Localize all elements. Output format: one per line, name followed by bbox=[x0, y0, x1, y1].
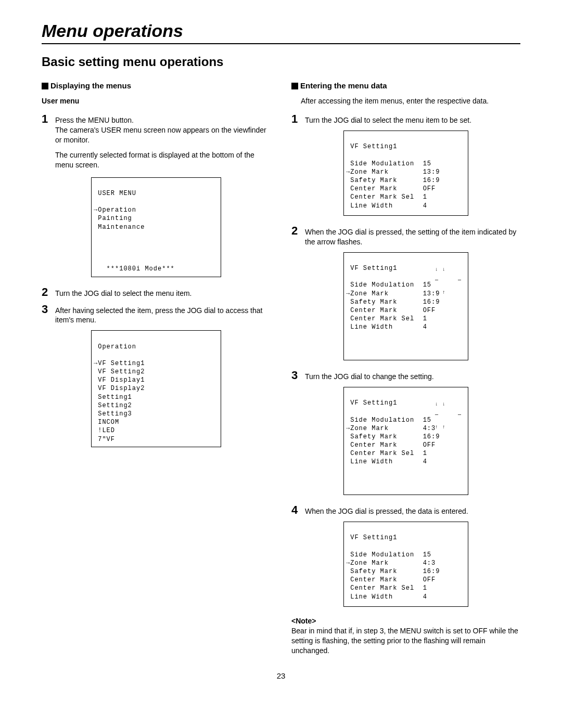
screen-line: Setting1 bbox=[94, 394, 132, 401]
screen-val: 4 bbox=[423, 458, 427, 465]
step-body: Press the MENU button. The camera's USER… bbox=[55, 113, 271, 145]
screen-line: Center Mark bbox=[346, 441, 397, 449]
screen-line: Line Width bbox=[346, 593, 393, 601]
right-intro: After accessing the item menus, enter th… bbox=[301, 96, 520, 106]
page-number: 23 bbox=[42, 671, 520, 680]
note-body: Bear in mind that if, in step 3, the MEN… bbox=[291, 626, 520, 656]
screen-line: Line Width bbox=[346, 323, 393, 331]
screen-line: Side Modulation bbox=[346, 417, 414, 424]
left-step-2: 2 Turn the JOG dial to select the menu i… bbox=[42, 287, 271, 298]
flash-tick-icon: ↓ ↓ bbox=[435, 267, 446, 272]
screen-line: INCOM bbox=[94, 419, 119, 426]
step-text: Press the MENU button. bbox=[55, 115, 271, 125]
screen-line: Center Mark Sel bbox=[346, 584, 414, 592]
screen-val: 1 bbox=[423, 584, 427, 592]
screen-line: Center Mark bbox=[346, 576, 397, 583]
page: Menu operations Basic setting menu opera… bbox=[0, 0, 562, 696]
screen-val: 1 bbox=[423, 450, 427, 457]
screen-line: Center Mark Sel bbox=[346, 450, 414, 457]
screen-val: 15 bbox=[423, 281, 431, 289]
screen-line: Safety Mark bbox=[346, 298, 397, 306]
screen-val: 13:9 bbox=[423, 168, 440, 176]
step-number: 2 bbox=[42, 287, 55, 298]
screen-val: OFF bbox=[423, 185, 436, 192]
screen-line: Setting3 bbox=[94, 410, 132, 418]
screen-line: Zone Mark bbox=[350, 560, 389, 567]
left-subheading: Displaying the menus bbox=[42, 81, 271, 91]
flash-dash-icon: — bbox=[458, 278, 462, 283]
screen-line: Zone Mark bbox=[350, 425, 389, 432]
flash-tick-icon: ↓ ↓ bbox=[435, 402, 446, 407]
screen-val: 4 bbox=[423, 593, 427, 601]
screen-val: 16:9 bbox=[423, 433, 440, 440]
right-step-4: 4 When the JOG dial is pressed, the data… bbox=[291, 504, 520, 516]
step-text: The camera's USER menu screen now appear… bbox=[55, 125, 271, 145]
screen-val: OFF bbox=[423, 576, 436, 583]
screen-vf-1: VF Setting1 Side Modulation 15 →Zone Mar… bbox=[343, 131, 468, 216]
screen-val: 16:9 bbox=[423, 568, 440, 575]
screen-line: Setting2 bbox=[94, 402, 132, 409]
screen-line: Zone Mark bbox=[350, 168, 389, 176]
screen-val: 4:3 bbox=[418, 560, 436, 567]
flash-tick-icon: ↑ ↑ bbox=[435, 290, 446, 295]
screen-vf-3: VF Setting1 Side Modulation 15 →Zone Mar… bbox=[343, 387, 468, 495]
right-step-2: 2 When the JOG dial is pressed, the sett… bbox=[291, 225, 520, 247]
screen-line: Center Mark Sel bbox=[346, 193, 414, 201]
screen-val: 15 bbox=[423, 551, 431, 558]
screen-vf-4: VF Setting1 Side Modulation 15 →Zone Mar… bbox=[343, 522, 468, 607]
screen-line: VF Setting2 bbox=[94, 368, 145, 375]
screen-val: 15 bbox=[423, 417, 431, 424]
right-column: Entering the menu data After accessing t… bbox=[291, 81, 520, 656]
section-title: Basic setting menu operations bbox=[42, 55, 520, 69]
screen-title: VF Setting1 bbox=[346, 265, 397, 272]
step-text: The currently selected format is display… bbox=[55, 150, 271, 170]
screen-line: VF Display2 bbox=[94, 385, 145, 392]
screen-val: 1 bbox=[423, 193, 427, 201]
screen-user-menu: USER MENU →Operation Painting Maintenanc… bbox=[91, 177, 221, 277]
step-text: Turn the JOG dial to change the setting. bbox=[305, 370, 520, 382]
step-text: After having selected the item, press th… bbox=[55, 304, 271, 326]
screen-val: 15 bbox=[423, 160, 431, 167]
screen-line: Line Width bbox=[346, 458, 393, 465]
step-text: When the JOG dial is pressed, the data i… bbox=[305, 504, 520, 516]
screen-line: VF Display1 bbox=[94, 376, 145, 384]
step-number: 1 bbox=[291, 113, 305, 125]
right-step-3: 3 Turn the JOG dial to change the settin… bbox=[291, 370, 520, 382]
flash-dash-icon: — bbox=[458, 412, 462, 418]
screen-line: Painting bbox=[94, 215, 132, 222]
screen-vf-2: VF Setting1 Side Modulation 15 →Zone Mar… bbox=[343, 252, 468, 360]
right-subheading-text: Entering the menu data bbox=[300, 81, 387, 91]
screen-footer: ***1080i Mode*** bbox=[94, 265, 175, 272]
screen-operation: Operation →VF Setting1 VF Setting2 VF Di… bbox=[91, 330, 221, 447]
screen-line: Line Width bbox=[346, 202, 393, 210]
screen-val: 16:9 bbox=[423, 298, 440, 306]
screen-title: VF Setting1 bbox=[346, 143, 397, 150]
screen-title: VF Setting1 bbox=[346, 399, 397, 407]
screen-val: 1 bbox=[423, 315, 427, 322]
screen-title: Operation bbox=[94, 343, 136, 350]
screen-line: Side Modulation bbox=[346, 281, 414, 289]
screen-title: VF Setting1 bbox=[346, 534, 397, 541]
screen-line: VF Setting1 bbox=[98, 360, 145, 367]
screen-line: Safety Mark bbox=[346, 177, 397, 184]
screen-val: OFF bbox=[423, 307, 436, 314]
right-subheading: Entering the menu data bbox=[291, 81, 520, 91]
screen-val: 4 bbox=[423, 323, 427, 331]
user-menu-label: User menu bbox=[42, 96, 271, 106]
step-text: When the JOG dial is pressed, the settin… bbox=[305, 225, 520, 247]
left-subheading-text: Displaying the menus bbox=[50, 81, 131, 91]
screen-line: Side Modulation bbox=[346, 551, 414, 558]
bullet-square-icon bbox=[42, 83, 48, 89]
screen-line: Zone Mark bbox=[350, 290, 389, 297]
bullet-square-icon bbox=[291, 83, 298, 89]
screen-line: Side Modulation bbox=[346, 160, 414, 167]
step-text: Turn the JOG dial to select the menu ite… bbox=[55, 287, 271, 298]
flash-dash-icon: — bbox=[435, 412, 439, 418]
right-step-1: 1 Turn the JOG dial to select the menu i… bbox=[291, 113, 520, 125]
step-number: 4 bbox=[291, 504, 305, 516]
screen-val: 4 bbox=[423, 202, 427, 210]
screen-line: Maintenance bbox=[94, 224, 145, 231]
screen-line: Center Mark Sel bbox=[346, 315, 414, 322]
screen-val: 16:9 bbox=[423, 177, 440, 184]
note-heading: <Note> bbox=[291, 616, 520, 626]
